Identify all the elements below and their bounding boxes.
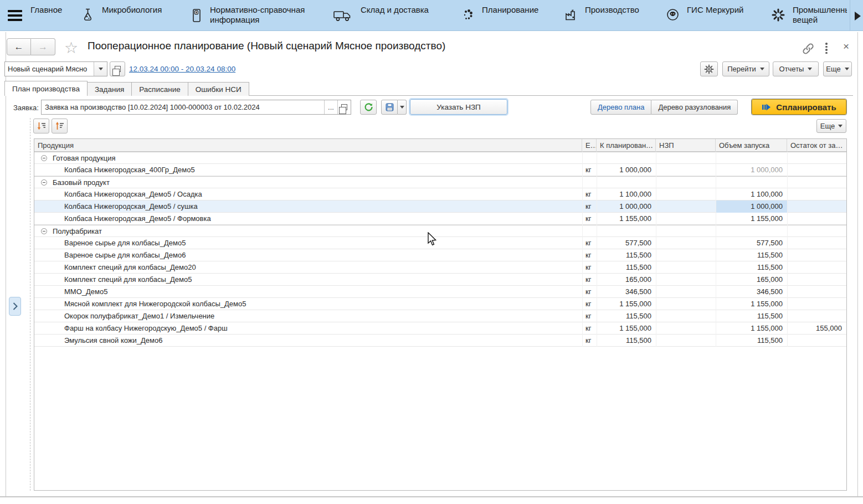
nav-item-production[interactable]: Производство [564, 5, 639, 23]
table-more-button[interactable]: Еще [816, 119, 846, 133]
iot-icon [771, 8, 785, 25]
nav-item-warehouse[interactable]: Склад и доставка [332, 5, 429, 23]
product-name: Готовая продукция [53, 154, 116, 162]
col-unit[interactable]: Е… [582, 139, 597, 152]
gear-icon [704, 64, 714, 74]
save-button[interactable] [381, 100, 398, 115]
scenario-dropdown-button[interactable] [94, 62, 107, 76]
table-row[interactable]: Окорок полуфабрикат_Демо1 / Измельчениек… [34, 310, 846, 322]
back-button[interactable]: ← [7, 38, 31, 55]
nav-item-main[interactable]: Главное [30, 5, 62, 15]
favorite-star-icon[interactable]: ☆ [64, 39, 78, 57]
product-name: Колбаса Нижегородская_Демо5 / сушка [64, 202, 198, 210]
cell-unit: кг [582, 274, 597, 286]
cell-unit: кг [582, 249, 597, 261]
group-row[interactable]: Базовый продукт [34, 176, 846, 188]
explosion-tree-button[interactable]: Дерево разузлования [651, 100, 738, 115]
table-row[interactable]: Вареное сырье для колбасы_Демо5кг577,500… [34, 237, 846, 249]
chevron-down-icon [838, 125, 843, 127]
col-launch-volume[interactable]: Объем запуска [716, 139, 787, 152]
plan-button[interactable]: Спланировать [752, 99, 846, 115]
specify-wip-button[interactable]: Указать НЗП [410, 99, 507, 115]
nav-item-reference-info[interactable]: Нормативно-справочная информация [189, 5, 323, 25]
table-row[interactable]: ММО_Демо5кг346,500346,500 [34, 286, 846, 298]
window-border-bottom [0, 496, 863, 497]
group-row[interactable]: Полуфабрикат [34, 225, 846, 237]
table-row[interactable]: Колбаса Нижегородская_Демо5 / сушкакг1 0… [34, 200, 846, 213]
link-icon[interactable] [802, 42, 815, 55]
table-row[interactable]: Колбаса Нижегородская_400Гр_Демо5кг1 000… [34, 164, 846, 176]
request-input[interactable]: Заявка на производство [10.02.2024] 1000… [41, 100, 351, 115]
mercury-icon [666, 8, 680, 22]
nav-item-gis-mercury[interactable]: ГИС Меркурий [666, 5, 743, 22]
cell-to_plan: 1 155,000 [597, 322, 656, 335]
scenario-combobox[interactable]: Новый сценарий Мясно [4, 61, 107, 76]
side-panel-expander[interactable] [9, 297, 21, 316]
more-actions-icon[interactable] [825, 43, 828, 54]
table-row[interactable]: Комплект специй для колбасы_Демо5кг165,0… [34, 274, 846, 286]
cell-to_plan: 1 155,000 [597, 213, 656, 225]
goto-label: Перейти [727, 65, 756, 73]
col-to-plan[interactable]: К планирован… [597, 139, 656, 152]
cell-remainder [787, 249, 845, 261]
panel-splitter[interactable] [30, 118, 30, 491]
table-row[interactable]: Колбаса Нижегородская_Демо5 / Осадкакг1 … [34, 188, 846, 200]
product-name: Комплект специй для колбасы_Демо20 [64, 263, 196, 271]
refresh-button[interactable] [360, 100, 377, 115]
settings-button[interactable] [700, 61, 718, 76]
goto-button[interactable]: Перейти [722, 61, 769, 76]
cell-remainder [787, 176, 845, 188]
tab-tasks[interactable]: Задания [87, 82, 132, 96]
request-open-button[interactable] [337, 100, 351, 114]
request-label: Заявка: [13, 104, 39, 112]
main-menu-icon[interactable] [8, 10, 22, 21]
collapse-group-icon[interactable] [41, 155, 47, 161]
tab-bar: План производства Задания Расписание Оши… [4, 81, 249, 96]
group-row[interactable]: Готовая продукция [34, 152, 846, 164]
collapse-all-button[interactable] [52, 119, 68, 133]
save-dropdown-button[interactable] [398, 100, 407, 115]
collapse-all-icon [55, 121, 65, 131]
request-select-button[interactable]: ... [324, 100, 337, 114]
top-navbar: Главное Микробиология Нормативно-справоч… [0, 0, 863, 31]
tab-production-plan[interactable]: План производства [4, 81, 88, 96]
nav-item-microbiology[interactable]: Микробиология [81, 5, 162, 23]
scenario-open-button[interactable] [110, 61, 125, 76]
nav-item-planning[interactable]: Планирование [461, 5, 538, 22]
expand-all-button[interactable] [33, 119, 49, 133]
nav-item-iot[interactable]: Промышленны вещей [771, 5, 847, 25]
col-remainder[interactable]: Остаток от за… [787, 139, 845, 152]
cell-launch [716, 152, 787, 164]
nav-divider [850, 0, 850, 30]
document-icon [189, 8, 203, 25]
window-border-right [857, 32, 858, 496]
col-wip[interactable]: НЗП [656, 139, 716, 152]
product-name: Мясной комплект для Нижегородской колбас… [64, 300, 246, 308]
table-row[interactable]: Вареное сырье для колбасы_Демо6кг115,500… [34, 249, 846, 261]
collapse-group-icon[interactable] [41, 179, 47, 186]
collapse-group-icon[interactable] [41, 228, 47, 234]
cell-remainder [787, 298, 845, 310]
table-row[interactable]: Колбаса Нижегородская_Демо5 / Формовкакг… [34, 213, 846, 225]
nav-overflow-arrow-icon[interactable] [855, 12, 861, 20]
forward-button[interactable]: → [31, 38, 55, 55]
col-product[interactable]: Продукция [34, 139, 582, 152]
period-link[interactable]: 12.03.24 00:00 - 20.03.24 08:00 [129, 65, 235, 73]
more-button[interactable]: Еще [823, 61, 852, 76]
table-row[interactable]: Мясной комплект для Нижегородской колбас… [34, 298, 846, 310]
table-row[interactable]: Эмульсия свной кожи_Демо6кг115,500115,50… [34, 335, 846, 347]
scenario-value: Новый сценарий Мясно [5, 62, 94, 76]
product-name: Колбаса Нижегородская_Демо5 / Формовка [64, 214, 211, 223]
cell-remainder [787, 261, 845, 274]
table-row[interactable]: Фарш на колбасу Нижегородскую_Демо5 / Фа… [34, 322, 846, 335]
ellipsis-label: ... [328, 103, 334, 111]
cell-launch: 115,500 [716, 310, 787, 322]
cell-to_plan [597, 152, 656, 164]
window-border-left [6, 32, 6, 496]
plan-tree-button[interactable]: Дерево плана [590, 100, 651, 115]
close-icon[interactable]: × [843, 40, 849, 53]
reports-button[interactable]: Отчеты [773, 61, 819, 76]
table-row[interactable]: Комплект специй для колбасы_Демо20кг115,… [34, 261, 846, 274]
tab-schedule[interactable]: Расписание [131, 82, 188, 96]
tab-nsi-errors[interactable]: Ошибки НСИ [188, 82, 249, 96]
